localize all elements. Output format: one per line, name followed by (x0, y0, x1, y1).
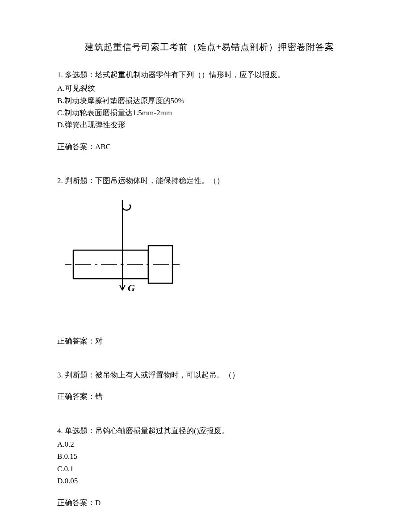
svg-point-12 (122, 264, 124, 266)
question-2-diagram: G (65, 197, 362, 308)
q4-option-a: A.0.2 (57, 439, 362, 450)
lifting-diagram-icon: G (65, 197, 186, 305)
question-4-options: A.0.2 B.0.15 C.0.1 D.0.05 (57, 439, 362, 487)
q4-option-b: B.0.15 (57, 451, 362, 462)
document-page: 建筑起重信号司索工考前（难点+易错点剖析）押密卷附答案 1. 多选题：塔式起重机… (0, 0, 411, 532)
q1-option-b: B.制动块摩擦衬垫磨损达原厚度的50% (57, 95, 362, 107)
question-2-answer: 正确答案：对 (57, 335, 362, 347)
q1-option-c: C.制动轮表面磨损量达1.5mm-2mm (57, 107, 362, 119)
question-4-answer: 正确答案：D (57, 497, 362, 509)
q1-option-d: D.弹簧出现弹性变形 (57, 119, 362, 131)
q4-option-d: D.0.05 (57, 475, 362, 487)
question-3-stem: 3. 判断题：被吊物上有人或浮置物时，可以起吊。（） (57, 369, 362, 381)
question-1-answer: 正确答案：ABC (57, 141, 362, 153)
question-1-stem: 1. 多选题：塔式起重机制动器零件有下列（）情形时，应予以报废。 (57, 69, 362, 81)
page-title: 建筑起重信号司索工考前（难点+易错点剖析）押密卷附答案 (57, 40, 362, 54)
question-4-stem: 4. 单选题：吊钩心轴磨损量超过其直径的()应报废。 (57, 425, 362, 437)
question-2-stem: 2. 判断题：下图吊运物体时，能保持稳定性。（） (57, 175, 362, 187)
question-3-answer: 正确答案：错 (57, 391, 362, 402)
g-label: G (128, 282, 135, 293)
q4-option-c: C.0.1 (57, 463, 362, 475)
question-1-options: A.可见裂纹 B.制动块摩擦衬垫磨损达原厚度的50% C.制动轮表面磨损量达1.… (57, 83, 362, 131)
q1-option-a: A.可见裂纹 (57, 83, 362, 94)
